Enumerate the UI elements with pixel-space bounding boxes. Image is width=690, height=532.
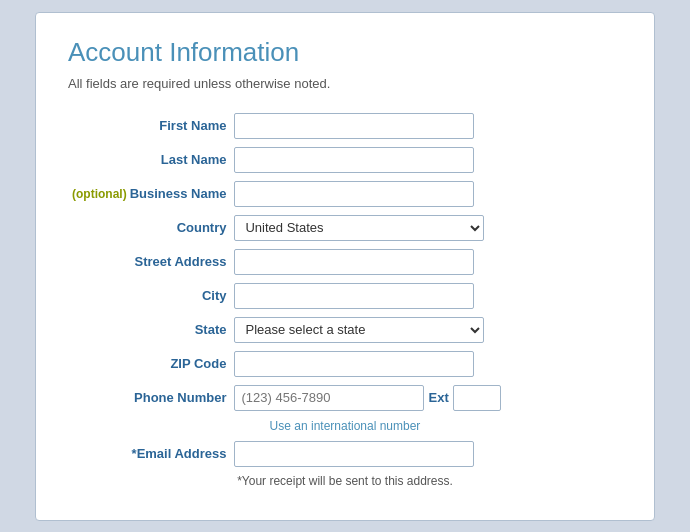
first-name-input[interactable] [234, 113, 474, 139]
last-name-label: Last Name [68, 143, 230, 177]
city-input[interactable] [234, 283, 474, 309]
phone-label: Phone Number [68, 381, 230, 415]
street-address-row: Street Address [68, 245, 622, 279]
street-address-label: Street Address [68, 245, 230, 279]
last-name-input[interactable] [234, 147, 474, 173]
phone-input[interactable] [234, 385, 424, 411]
account-info-card: Account Information All fields are requi… [35, 12, 655, 521]
business-name-input[interactable] [234, 181, 474, 207]
zip-row: ZIP Code [68, 347, 622, 381]
street-address-input[interactable] [234, 249, 474, 275]
first-name-row: First Name [68, 109, 622, 143]
zip-label: ZIP Code [68, 347, 230, 381]
ext-input[interactable] [453, 385, 501, 411]
page-title: Account Information [68, 37, 622, 68]
phone-group: Ext [234, 385, 618, 411]
email-row: *Email Address [68, 437, 622, 471]
country-select[interactable]: United States Canada United Kingdom Aust… [234, 215, 484, 241]
intl-number-link[interactable]: Use an international number [270, 419, 421, 433]
receipt-note: *Your receipt will be sent to this addre… [68, 471, 622, 492]
page-subtitle: All fields are required unless otherwise… [68, 76, 622, 91]
state-row: State Please select a state Alabama Alas… [68, 313, 622, 347]
phone-row: Phone Number Ext [68, 381, 622, 415]
city-label: City [68, 279, 230, 313]
country-label: Country [68, 211, 230, 245]
state-select[interactable]: Please select a state Alabama Alaska Ari… [234, 317, 484, 343]
business-name-label: Business Name [130, 186, 227, 201]
business-name-row: (optional)Business Name [68, 177, 622, 211]
zip-input[interactable] [234, 351, 474, 377]
account-form: First Name Last Name (optional)Business … [68, 109, 622, 492]
ext-label: Ext [428, 390, 448, 405]
state-label: State [68, 313, 230, 347]
country-row: Country United States Canada United King… [68, 211, 622, 245]
receipt-note-row: *Your receipt will be sent to this addre… [68, 471, 622, 492]
email-label: *Email Address [68, 437, 230, 471]
optional-tag: (optional) [72, 187, 127, 201]
city-row: City [68, 279, 622, 313]
last-name-row: Last Name [68, 143, 622, 177]
first-name-label: First Name [68, 109, 230, 143]
email-input[interactable] [234, 441, 474, 467]
intl-link-row: Use an international number [68, 415, 622, 437]
